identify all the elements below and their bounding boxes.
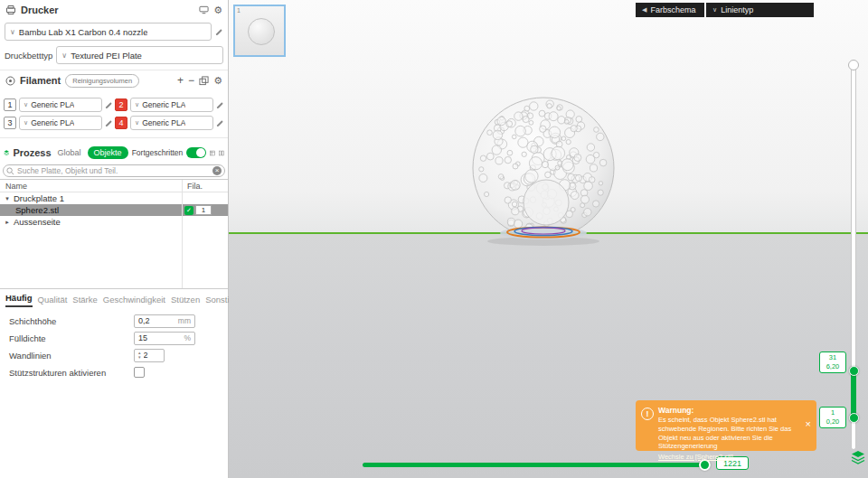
edit-filament-icon[interactable]: [216, 119, 224, 127]
wall-loops-label: Wandlinien: [9, 351, 134, 361]
layer-slider-lower-handle[interactable]: [849, 413, 859, 423]
plate-label: Druckplatte 1: [14, 193, 64, 203]
object-list: Name Fila. ▾ Druckplatte 1 Sphere2.stl ✓…: [0, 179, 228, 289]
advanced-toggle[interactable]: [186, 147, 206, 158]
edit-filament-icon[interactable]: [105, 101, 113, 109]
infill-input[interactable]: [138, 333, 169, 342]
filament-slots: 1 ∨ Generic PLA 2 ∨ Generic PLA 3 ∨: [0, 90, 228, 130]
filament-select[interactable]: ∨ Generic PLA: [130, 98, 213, 112]
filament-name: Generic PLA: [31, 118, 74, 127]
ams-sync-icon[interactable]: [199, 76, 209, 86]
layer-slider-upper-handle[interactable]: [849, 366, 859, 376]
chevron-down-icon: ∨: [135, 101, 139, 108]
warning-title: Warnung:: [658, 406, 802, 415]
add-filament-icon[interactable]: +: [177, 75, 184, 86]
filament-settings-gear-icon[interactable]: ⚙: [213, 76, 222, 86]
tab-support[interactable]: Stützen: [171, 295, 200, 307]
printer-preset-row: ∨ Bambu Lab X1 Carbon 0.4 nozzle: [0, 23, 228, 41]
infill-field: %: [134, 332, 195, 345]
search-input[interactable]: [17, 166, 210, 175]
edit-printer-icon[interactable]: [215, 28, 223, 36]
column-name: Name: [0, 182, 182, 191]
filament-color-swatch[interactable]: 3: [4, 117, 16, 129]
linetype-dropdown[interactable]: ∨ Linientyp: [706, 3, 814, 17]
supports-checkbox[interactable]: [134, 367, 145, 378]
tab-strength[interactable]: Stärke: [72, 295, 97, 307]
filament-select[interactable]: ∨ Generic PLA: [130, 116, 213, 130]
filament-section-title: Filament: [20, 75, 61, 86]
tab-global[interactable]: Global: [55, 146, 84, 159]
filament-name: Generic PLA: [31, 100, 74, 109]
sphere-render: [462, 89, 625, 251]
bed-type-value: Textured PEI Plate: [71, 51, 142, 61]
layer-height-unit: mm: [178, 316, 191, 325]
column-fila: Fila.: [182, 182, 228, 191]
lower-layer-height: 0,20: [820, 417, 845, 426]
layer-height-input[interactable]: [138, 316, 169, 325]
bed-type-select[interactable]: ∨ Textured PEI Plate: [56, 46, 223, 64]
tab-quality[interactable]: Qualität: [38, 295, 68, 307]
step-slider-track[interactable]: [363, 463, 711, 467]
clear-search-icon[interactable]: ×: [212, 166, 222, 175]
tab-frequent[interactable]: Häufig: [5, 293, 33, 307]
outside-label: Aussenseite: [14, 217, 61, 227]
printer-preset-select[interactable]: ∨ Bambu Lab X1 Carbon 0.4 nozzle: [5, 23, 212, 41]
stepper-arrows-icon[interactable]: ▴▾: [138, 351, 141, 360]
tree-row-outside[interactable]: ▸ Aussenseite: [0, 216, 228, 228]
wall-loops-row: Wandlinien ▴▾: [0, 347, 228, 363]
flush-volumes-button[interactable]: Reinigungsvolumen: [65, 74, 139, 88]
object-filament-number[interactable]: 1: [195, 205, 212, 215]
tab-speed[interactable]: Geschwindigkeit: [103, 295, 165, 307]
filament-name: Generic PLA: [142, 118, 185, 127]
layer-height-label: Schichthöhe: [9, 316, 134, 326]
edit-filament-icon[interactable]: [105, 119, 113, 127]
wall-loops-input[interactable]: [144, 351, 158, 360]
parameter-table-icon[interactable]: [210, 148, 215, 158]
printer-preset-value: Bambu Lab X1 Carbon 0.4 nozzle: [19, 27, 148, 37]
preview-viewport[interactable]: 1 ◀ Farbschema ∨ Linientyp 31 6,20 1 0,2…: [229, 0, 868, 478]
filament-select[interactable]: ∨ Generic PLA: [19, 116, 102, 130]
plate-number: 1: [237, 7, 241, 14]
remove-filament-icon[interactable]: −: [188, 75, 194, 86]
filament-color-swatch[interactable]: 1: [4, 98, 16, 111]
layers-view-icon[interactable]: [851, 451, 865, 466]
tree-row-object[interactable]: Sphere2.stl ✓ 1: [0, 204, 228, 216]
settings-tabs: Häufig Qualität Stärke Geschwindigkeit S…: [0, 289, 228, 307]
filament-color-swatch[interactable]: 2: [115, 98, 127, 111]
warning-icon: !: [641, 408, 654, 420]
chevron-down-icon: ∨: [24, 101, 28, 108]
warning-jump-link[interactable]: Wechsle zu [Sphere2.stl]: [658, 453, 733, 461]
upper-layer-number: 31: [820, 353, 845, 362]
filament-section-header: Filament Reinigungsvolumen + − ⚙: [0, 70, 228, 90]
layer-slider-top-handle[interactable]: [848, 60, 859, 70]
filament-color-swatch[interactable]: 4: [115, 117, 127, 129]
upper-layer-height: 6,20: [820, 362, 845, 371]
filament-slot-2: 2 ∨ Generic PLA: [115, 98, 224, 112]
device-icon[interactable]: [199, 5, 209, 14]
upper-layer-badge: 31 6,20: [819, 351, 846, 373]
filament-spool-icon: [5, 76, 15, 86]
collapse-icon[interactable]: ▾: [4, 195, 11, 202]
filament-select[interactable]: ∨ Generic PLA: [19, 98, 102, 112]
plate-thumbnail[interactable]: 1: [233, 5, 286, 57]
plate-thumbnail-sphere: [248, 18, 275, 45]
wall-loops-field: ▴▾: [134, 349, 165, 362]
printer-settings-gear-icon[interactable]: ⚙: [213, 5, 222, 15]
colorscheme-dropdown[interactable]: ◀ Farbschema: [636, 3, 704, 17]
tab-objects[interactable]: Objekte: [88, 146, 128, 159]
model-sphere[interactable]: [462, 89, 625, 253]
warning-message: Es scheint, dass Objekt Sphere2.stl hat …: [658, 416, 802, 451]
printer-section-header: Drucker ⚙: [0, 0, 228, 20]
expand-icon[interactable]: ▸: [4, 219, 11, 226]
bed-type-label: Druckbetttyp: [5, 51, 52, 61]
slicer-app: Drucker ⚙ ∨ Bambu Lab X1 Carbon 0.4 nozz…: [0, 0, 868, 478]
filament-slot-1: 1 ∨ Generic PLA: [4, 98, 113, 112]
close-icon[interactable]: ×: [806, 419, 811, 429]
printable-check-icon[interactable]: ✓: [184, 206, 193, 215]
edit-filament-icon[interactable]: [216, 101, 224, 109]
filament-slot-3: 3 ∨ Generic PLA: [4, 116, 113, 130]
compare-presets-icon[interactable]: [219, 148, 224, 158]
tree-row-plate[interactable]: ▾ Druckplatte 1: [0, 192, 228, 204]
layer-height-field: mm: [134, 314, 195, 328]
infill-unit: %: [184, 333, 191, 342]
